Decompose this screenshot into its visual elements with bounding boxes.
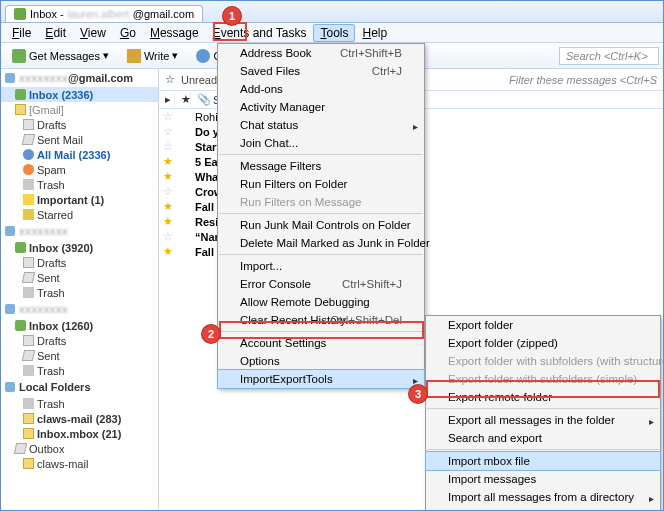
get-messages-button[interactable]: Get Messages ▾ — [5, 46, 116, 66]
account-row[interactable]: Local Folders — [1, 378, 158, 396]
menu-item-run-filters-on-folder[interactable]: Run Filters on Folder — [218, 175, 424, 193]
col-thread[interactable]: ▸ — [159, 93, 175, 106]
folder-clawsmail[interactable]: claws-mail — [1, 456, 158, 471]
pencil-icon — [127, 49, 141, 63]
folder-inbox[interactable]: Inbox (3920) — [1, 240, 158, 255]
window-tab[interactable]: Inbox - lauren.albert @gmail.com — [5, 5, 203, 22]
tab-title: Inbox - — [30, 8, 64, 20]
menu-help[interactable]: Help — [355, 24, 394, 42]
account-row[interactable]: xxxxxxxx — [1, 300, 158, 318]
menu-go[interactable]: Go — [113, 24, 143, 42]
menu-item-message-filters[interactable]: Message Filters — [218, 157, 424, 175]
menu-tools[interactable]: Tools — [313, 24, 355, 42]
star-icon[interactable]: ★ — [159, 200, 177, 213]
menu-view[interactable]: View — [73, 24, 113, 42]
menu-item-saved-files[interactable]: Saved FilesCtrl+J — [218, 62, 424, 80]
folder-outbox[interactable]: Outbox — [1, 441, 158, 456]
menu-message[interactable]: Message — [143, 24, 206, 42]
menu-item-import[interactable]: Import... — [218, 257, 424, 275]
trash-icon — [23, 179, 34, 190]
folder-important[interactable]: Important (1) — [1, 192, 158, 207]
menu-item-error-console[interactable]: Error ConsoleCtrl+Shift+J — [218, 275, 424, 293]
menu-bar: FileEditViewGoMessageEvents and TasksToo… — [1, 23, 663, 43]
folder-starred[interactable]: Starred — [1, 207, 158, 222]
menu-item-delete-mail-marked-as-junk-in-folder[interactable]: Delete Mail Marked as Junk in Folder — [218, 234, 424, 252]
menu-item-import-messages[interactable]: Import messages — [426, 470, 660, 488]
account-row[interactable]: xxxxxxxx — [1, 222, 158, 240]
folder-trash[interactable]: Trash — [1, 396, 158, 411]
menu-item-importexporttools[interactable]: ImportExportTools — [218, 370, 424, 388]
folder-trash[interactable]: Trash — [1, 363, 158, 378]
menu-item-activity-manager[interactable]: Activity Manager — [218, 98, 424, 116]
menu-item-allow-remote-debugging[interactable]: Allow Remote Debugging — [218, 293, 424, 311]
menu-item-export-folder[interactable]: Export folder — [426, 316, 660, 334]
account-row[interactable]: xxxxxxxx@gmail.com — [1, 69, 158, 87]
filter-icon[interactable]: ☆ — [165, 73, 175, 86]
folder-spam[interactable]: Spam — [1, 162, 158, 177]
menu-item-export-remote-folder[interactable]: Export remote folder — [426, 388, 660, 406]
folder-all[interactable]: All Mail (2336) — [1, 147, 158, 162]
star-icon[interactable]: ☆ — [159, 140, 177, 153]
search-input[interactable]: Search <Ctrl+K> — [559, 47, 659, 65]
folder-trash[interactable]: Trash — [1, 285, 158, 300]
folder-drafts[interactable]: Drafts — [1, 255, 158, 270]
folder-gmail[interactable]: [Gmail] — [1, 102, 158, 117]
folder-icon — [23, 428, 34, 439]
spam-icon — [23, 164, 34, 175]
folder-trash[interactable]: Trash — [1, 177, 158, 192]
folder-inboxmbox[interactable]: Inbox.mbox (21) — [1, 426, 158, 441]
write-button[interactable]: Write ▾ — [120, 46, 185, 66]
star-icon[interactable]: ☆ — [159, 110, 177, 123]
folder-inbox[interactable]: Inbox (2336) — [1, 87, 158, 102]
tab-account: lauren.albert — [68, 8, 129, 20]
folder-icon — [23, 413, 34, 424]
unread-filter[interactable]: Unread — [181, 74, 217, 86]
star-icon[interactable]: ☆ — [159, 230, 177, 243]
filter-input[interactable]: Filter these messages <Ctrl+S — [509, 74, 657, 86]
folder-inbox[interactable]: Inbox (1260) — [1, 318, 158, 333]
menu-item-run-filters-on-message: Run Filters on Message — [218, 193, 424, 211]
chevron-down-icon: ▾ — [172, 49, 178, 62]
menu-item-chat-status[interactable]: Chat status — [218, 116, 424, 134]
menu-item-import-mbox-file[interactable]: Import mbox file — [426, 452, 660, 470]
star-icon[interactable]: ★ — [159, 215, 177, 228]
col-star[interactable]: ★ — [175, 93, 191, 106]
mail-icon — [14, 8, 26, 20]
menu-events-and-tasks[interactable]: Events and Tasks — [206, 24, 314, 42]
folder-sidebar: xxxxxxxx@gmail.comInbox (2336)[Gmail]Dra… — [1, 69, 159, 510]
folder-drafts[interactable]: Drafts — [1, 333, 158, 348]
star-icon[interactable]: ★ — [159, 155, 177, 168]
folder-sent[interactable]: Sent — [1, 348, 158, 363]
tab-bar: Inbox - lauren.albert @gmail.com — [1, 1, 663, 23]
menu-item-run-junk-mail-controls-on-folder[interactable]: Run Junk Mail Controls on Folder — [218, 216, 424, 234]
folder-drafts[interactable]: Drafts — [1, 117, 158, 132]
inbox-icon — [15, 89, 26, 100]
folder-clawsmail[interactable]: claws-mail (283) — [1, 411, 158, 426]
menu-edit[interactable]: Edit — [38, 24, 73, 42]
menu-item-join-chat[interactable]: Join Chat... — [218, 134, 424, 152]
menu-item-import-all-messages-from-a-directory[interactable]: Import all messages from a directory — [426, 488, 660, 506]
trash-icon — [23, 398, 34, 409]
col-attach[interactable]: 📎 — [191, 93, 207, 106]
menu-item-clear-recent-history[interactable]: Clear Recent History...Ctrl+Shift+Del — [218, 311, 424, 329]
menu-item-add-ons[interactable]: Add-ons — [218, 80, 424, 98]
menu-item-export-folder-zipped[interactable]: Export folder (zipped) — [426, 334, 660, 352]
tools-menu: Address BookCtrl+Shift+BSaved FilesCtrl+… — [217, 43, 425, 389]
star-icon[interactable]: ☆ — [159, 125, 177, 138]
menu-item-account-settings[interactable]: Account Settings — [218, 334, 424, 352]
menu-file[interactable]: File — [5, 24, 38, 42]
menu-item-export-all-messages-in-the-folder[interactable]: Export all messages in the folder — [426, 411, 660, 429]
chevron-down-icon: ▾ — [103, 49, 109, 62]
folder-sent[interactable]: Sent — [1, 270, 158, 285]
star-icon[interactable]: ★ — [159, 245, 177, 258]
menu-item-import-sms[interactable]: Import SMS — [426, 506, 660, 511]
callout-2: 2 — [202, 325, 220, 343]
star-icon[interactable]: ★ — [159, 170, 177, 183]
import-export-submenu: Export folderExport folder (zipped)Expor… — [425, 315, 661, 511]
menu-item-address-book[interactable]: Address BookCtrl+Shift+B — [218, 44, 424, 62]
menu-item-options[interactable]: Options — [218, 352, 424, 370]
menu-item-search-and-export[interactable]: Search and export — [426, 429, 660, 447]
star-icon[interactable]: ☆ — [159, 185, 177, 198]
folder-sent[interactable]: Sent Mail — [1, 132, 158, 147]
menu-item-export-folder-with-subfolders-with-structure: Export folder with subfolders (with stru… — [426, 352, 660, 370]
